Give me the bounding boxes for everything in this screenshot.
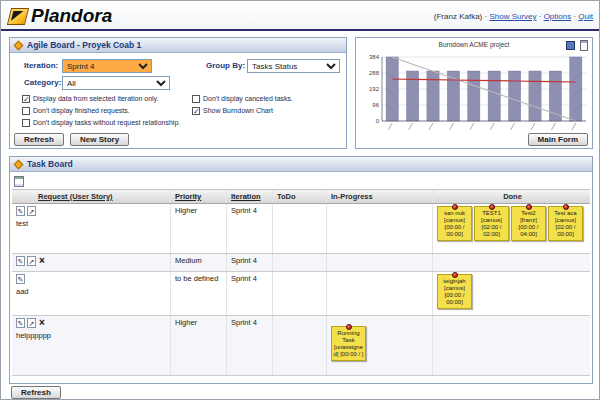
checkbox-label: Don't display canceled tasks. xyxy=(203,95,293,102)
checkbox[interactable] xyxy=(22,119,30,127)
iteration-cell: Sprint 4 xyxy=(226,272,272,315)
task-note[interactable]: Test2 [franz] [00:00 / 04:00] xyxy=(511,206,546,241)
checkbox[interactable] xyxy=(192,95,200,103)
user-name: (Franz Kafka) xyxy=(434,12,482,21)
column-header-priority[interactable]: Priority xyxy=(170,190,226,203)
task-row: ✎↗×MediumSprint 4 xyxy=(12,254,590,272)
checkbox-label: Show Burndown Chart xyxy=(203,107,273,114)
iteration-cell: Sprint 4 xyxy=(226,254,272,271)
plandora-logo[interactable]: Plandora xyxy=(9,5,112,27)
column-header-iteration[interactable]: Iteration xyxy=(226,190,272,203)
plandora-logo-icon xyxy=(7,8,29,25)
task-row: ✎aadto be definedSprint 4teiginjah [camu… xyxy=(12,272,590,316)
edit-icon[interactable]: ✎ xyxy=(16,206,25,216)
new-story-button[interactable]: New Story xyxy=(70,133,129,146)
note-text: TEST1 [camus] [02:00 / 02:00] xyxy=(476,210,507,238)
notes-cell xyxy=(272,254,326,271)
request-name[interactable]: helpppppp xyxy=(16,331,168,340)
pushpin-icon xyxy=(346,324,352,330)
task-table-rows: ✎↗testHigherSprint 4san nuk [camus] [00:… xyxy=(12,204,590,376)
copy-icon[interactable]: ↗ xyxy=(27,318,36,328)
delete-icon[interactable]: × xyxy=(38,318,46,328)
category-select[interactable]: All xyxy=(62,76,170,90)
svg-text:96: 96 xyxy=(372,102,379,108)
checkbox-label: Don't display finished requests. xyxy=(33,107,130,114)
logo-text: Plandora xyxy=(31,5,112,27)
pushpin-icon xyxy=(452,204,458,210)
nav-link-options[interactable]: Options xyxy=(544,12,572,21)
checkbox-row: Don't display canceled tasks. xyxy=(192,94,342,103)
iteration-label: Iteration: xyxy=(24,61,58,70)
agile-board-panel: Agile Board - Proyek Coab 1 Iteration: S… xyxy=(9,37,347,149)
task-table: Request (User Story)PriorityIterationToD… xyxy=(12,189,590,376)
svg-text:192: 192 xyxy=(369,86,380,92)
note-text: Test2 [franz] [00:00 / 04:00] xyxy=(513,210,544,238)
task-note[interactable]: Running Task [unassigned] [00:00 / ] xyxy=(331,326,366,361)
svg-text:0: 0 xyxy=(376,118,380,124)
app-header: Plandora (Franz Kafka) · Show Survey · O… xyxy=(1,1,600,31)
svg-text:384: 384 xyxy=(369,54,380,60)
task-board-title: Task Board xyxy=(27,159,73,169)
checkbox-row: ✓Display data from selected iteration on… xyxy=(22,94,194,103)
note-text: Test aca [camus] [02:00 / 00:00] xyxy=(550,210,581,238)
burndown-chart: 096192288384 xyxy=(358,49,592,135)
pushpin-icon xyxy=(489,204,495,210)
iteration-cell: Sprint 4 xyxy=(226,204,272,253)
group-by-select[interactable]: Tasks Status xyxy=(247,59,340,73)
edit-icon[interactable]: ✎ xyxy=(16,318,25,328)
top-nav: (Franz Kafka) · Show Survey · Options · … xyxy=(434,12,593,21)
notes-cell xyxy=(326,254,432,271)
task-board-panel-header: Task Board xyxy=(10,157,592,172)
agile-refresh-button[interactable]: Refresh xyxy=(14,133,64,146)
burndown-panel: Burndown ACME project 096192288384 Main … xyxy=(355,37,593,149)
column-header-done: Done xyxy=(432,190,590,203)
export-icon[interactable] xyxy=(14,176,24,187)
row-action-icons: ✎↗× xyxy=(16,318,168,328)
checkbox-column-left: ✓Display data from selected iteration on… xyxy=(22,94,194,130)
nav-link-quit[interactable]: Quit xyxy=(578,12,593,21)
copy-icon[interactable]: ↗ xyxy=(27,256,36,266)
agile-board-title: Agile Board - Proyek Coab 1 xyxy=(27,40,141,50)
maximize-icon[interactable] xyxy=(566,41,575,50)
nav-link-show-survey[interactable]: Show Survey xyxy=(489,12,536,21)
notes-cell xyxy=(272,204,326,253)
task-note[interactable]: TEST1 [camus] [02:00 / 02:00] xyxy=(474,206,509,241)
task-note[interactable]: teiginjah [camus] [00:00 / 00:00] xyxy=(437,274,472,309)
edit-icon[interactable]: ✎ xyxy=(16,256,25,266)
edit-icon[interactable]: ✎ xyxy=(16,274,25,284)
task-note[interactable]: san nuk [camus] [00:00 / 00:00] xyxy=(437,206,472,241)
request-cell: ✎↗×helpppppp xyxy=(12,316,170,375)
request-name[interactable]: test xyxy=(16,219,168,228)
priority-cell: Higher xyxy=(170,316,226,375)
pushpin-icon xyxy=(563,204,569,210)
request-name[interactable]: aad xyxy=(16,287,168,296)
checkbox[interactable] xyxy=(22,107,30,115)
checkbox-label: Display data from selected iteration onl… xyxy=(33,95,159,102)
iteration-select[interactable]: Sprint 4 xyxy=(62,59,152,73)
column-header-todo: ToDo xyxy=(272,190,326,203)
export-chart-icon[interactable] xyxy=(580,40,588,51)
task-note[interactable]: Test aca [camus] [02:00 / 00:00] xyxy=(548,206,583,241)
checkbox-row: Don't display tasks without request rela… xyxy=(22,118,194,127)
agile-board-panel-header: Agile Board - Proyek Coab 1 xyxy=(10,38,346,53)
checkbox-column-right: Don't display canceled tasks.✓Show Burnd… xyxy=(192,94,342,118)
notes-cell xyxy=(272,272,326,315)
column-header-request-user-story-[interactable]: Request (User Story) xyxy=(12,190,170,203)
task-row: ✎↗×helppppppHigherSprint 4Running Task [… xyxy=(12,316,590,376)
task-refresh-button[interactable]: Refresh xyxy=(11,386,61,399)
chart-title: Burndown ACME project xyxy=(356,41,592,48)
copy-icon[interactable]: ↗ xyxy=(27,206,36,216)
note-text: san nuk [camus] [00:00 / 00:00] xyxy=(439,210,470,238)
category-label: Category: xyxy=(24,78,61,87)
delete-icon[interactable]: × xyxy=(38,256,46,266)
row-action-icons: ✎ xyxy=(16,274,168,284)
checkbox[interactable]: ✓ xyxy=(22,95,30,103)
priority-cell: to be defined xyxy=(170,272,226,315)
notes-cell xyxy=(432,316,590,375)
checkbox[interactable]: ✓ xyxy=(192,107,200,115)
main-form-button[interactable]: Main Form xyxy=(528,133,588,146)
request-cell: ✎↗test xyxy=(12,204,170,253)
notes-cell xyxy=(326,272,432,315)
column-header-in-progress: In-Progress xyxy=(326,190,432,203)
notes-cell: Running Task [unassigned] [00:00 / ] xyxy=(326,316,432,375)
